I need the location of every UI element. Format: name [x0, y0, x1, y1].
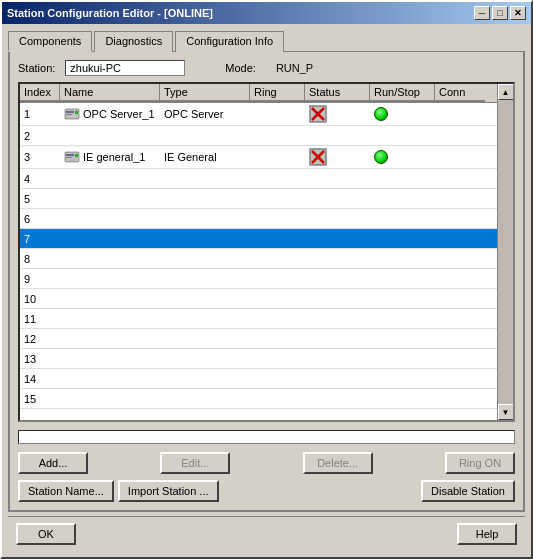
cell-type [160, 329, 250, 348]
delete-button[interactable]: Delete... [303, 452, 373, 474]
cell-type [160, 309, 250, 328]
cell-status [305, 189, 370, 208]
cell-name [60, 289, 160, 308]
close-button[interactable]: ✕ [510, 6, 526, 20]
cell-name: IE general_1 [60, 146, 160, 168]
disable-station-button[interactable]: Disable Station [421, 480, 515, 502]
cell-conn [435, 189, 485, 208]
cell-name [60, 349, 160, 368]
cell-status [305, 126, 370, 145]
cell-conn [435, 329, 485, 348]
cell-type [160, 209, 250, 228]
add-button[interactable]: Add... [18, 452, 88, 474]
help-button[interactable]: Help [457, 523, 517, 545]
table-row[interactable]: 4 [20, 169, 497, 189]
cell-ring [250, 309, 305, 328]
station-name-button[interactable]: Station Name... [18, 480, 114, 502]
cell-index: 12 [20, 329, 60, 348]
table-row[interactable]: 2 [20, 126, 497, 146]
table-row[interactable]: 11 [20, 309, 497, 329]
table-row[interactable]: 13 [20, 349, 497, 369]
cell-runstop [370, 189, 435, 208]
table-row[interactable]: 5 [20, 189, 497, 209]
table-row[interactable]: 15 [20, 389, 497, 409]
cell-conn [435, 349, 485, 368]
minimize-button[interactable]: ─ [474, 6, 490, 20]
cell-runstop [370, 269, 435, 288]
cell-ring [250, 369, 305, 388]
ok-button[interactable]: OK [16, 523, 76, 545]
maximize-button[interactable]: □ [492, 6, 508, 20]
scrollbar[interactable]: ▲ ▼ [497, 84, 513, 420]
edit-button[interactable]: Edit... [160, 452, 230, 474]
cell-ring [250, 269, 305, 288]
cell-runstop [370, 289, 435, 308]
cell-runstop [370, 229, 435, 248]
cell-status [305, 169, 370, 188]
cell-runstop [370, 329, 435, 348]
tab-configuration-info[interactable]: Configuration Info [175, 31, 284, 52]
tab-components[interactable]: Components [8, 31, 92, 52]
mode-value: RUN_P [276, 62, 313, 74]
table-row[interactable]: 1 OPC Server_1OPC Server [20, 103, 497, 126]
scroll-track[interactable] [498, 100, 514, 404]
table-row[interactable]: 8 [20, 249, 497, 269]
station-info-row: Station: zhukui-PC Mode: RUN_P [18, 60, 515, 76]
bottom-buttons-bar: OK Help [8, 516, 525, 551]
cell-name [60, 249, 160, 268]
cell-conn [435, 309, 485, 328]
cell-type [160, 249, 250, 268]
cell-runstop [370, 169, 435, 188]
cell-name [60, 126, 160, 145]
window-title: Station Configuration Editor - [ONLINE] [7, 7, 213, 19]
svg-rect-11 [75, 154, 78, 157]
cell-index: 6 [20, 209, 60, 228]
cell-status [305, 146, 370, 168]
col-index: Index [20, 84, 60, 102]
components-table: Index Name Type Ring Status Run/Stop Con… [18, 82, 515, 422]
svg-rect-10 [66, 157, 72, 158]
cell-ring [250, 103, 305, 125]
cell-name-text: OPC Server_1 [83, 108, 155, 120]
cell-status [305, 229, 370, 248]
cell-ring [250, 209, 305, 228]
cell-name [60, 229, 160, 248]
import-station-button[interactable]: Import Station ... [118, 480, 219, 502]
cell-name [60, 269, 160, 288]
table-row[interactable]: 12 [20, 329, 497, 349]
table-body[interactable]: 1 OPC Server_1OPC Server 23 IE general_1… [20, 103, 497, 420]
cell-conn [435, 146, 485, 168]
cell-index: 7 [20, 229, 60, 248]
cell-type: OPC Server [160, 103, 250, 125]
table-row[interactable]: 3 IE general_1IE General [20, 146, 497, 169]
cell-index: 1 [20, 103, 60, 125]
running-indicator [374, 150, 388, 164]
cell-conn [435, 249, 485, 268]
svg-rect-1 [66, 111, 74, 113]
scroll-up-button[interactable]: ▲ [498, 84, 514, 100]
cell-type [160, 289, 250, 308]
cell-type [160, 169, 250, 188]
cell-status [305, 309, 370, 328]
tab-diagnostics[interactable]: Diagnostics [94, 31, 173, 52]
ring-on-button[interactable]: Ring ON [445, 452, 515, 474]
table-row[interactable]: 14 [20, 369, 497, 389]
cell-name [60, 209, 160, 228]
table-row[interactable]: 7 [20, 229, 497, 249]
cell-ring [250, 289, 305, 308]
cell-runstop [370, 369, 435, 388]
cell-conn [435, 269, 485, 288]
scroll-down-button[interactable]: ▼ [498, 404, 514, 420]
svg-rect-2 [66, 114, 72, 115]
cell-index: 11 [20, 309, 60, 328]
cell-type [160, 126, 250, 145]
cell-name [60, 369, 160, 388]
table-row[interactable]: 6 [20, 209, 497, 229]
cell-status [305, 369, 370, 388]
cell-type [160, 269, 250, 288]
cell-runstop [370, 249, 435, 268]
action-buttons-row1: Add... Edit... Delete... Ring ON [18, 452, 515, 474]
table-row[interactable]: 10 [20, 289, 497, 309]
cell-conn [435, 126, 485, 145]
table-row[interactable]: 9 [20, 269, 497, 289]
